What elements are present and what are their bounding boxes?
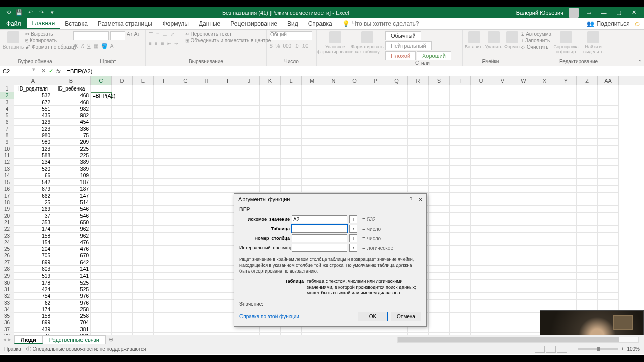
tab-home[interactable]: Главная xyxy=(27,18,60,29)
cell-B29[interactable]: 141 xyxy=(52,273,91,279)
style-good[interactable]: Хороший xyxy=(417,51,451,60)
col-header-M[interactable]: M xyxy=(302,76,323,85)
fill-button[interactable]: ↓ Заполнить xyxy=(521,38,551,43)
cell-B36[interactable]: 704 xyxy=(52,319,91,326)
paste-button[interactable]: Вставить xyxy=(3,31,23,50)
row-header-1[interactable]: 1 xyxy=(0,85,14,92)
fill-color-button[interactable]: 🪣 xyxy=(101,43,107,49)
col-header-J[interactable]: J xyxy=(238,76,260,85)
lookup-value-input[interactable] xyxy=(292,215,347,223)
spreadsheet-grid[interactable]: ABCDEFGHIJKLMNOPQRSTUVWXYZAA 1ID_родител… xyxy=(0,76,644,335)
cell-A19[interactable]: 269 xyxy=(14,206,52,212)
row-header-10[interactable]: 10 xyxy=(0,146,14,152)
align-bottom-icon[interactable]: ⊥ xyxy=(163,31,167,37)
row-header-18[interactable]: 18 xyxy=(0,199,14,206)
col-header-C[interactable]: C xyxy=(91,76,112,85)
row-header-15[interactable]: 15 xyxy=(0,179,14,186)
add-sheet-icon[interactable]: ⊕ xyxy=(106,336,116,343)
indent-dec-icon[interactable]: ⇤ xyxy=(167,41,171,46)
row-header-38[interactable]: 38 xyxy=(0,333,14,335)
cell-A9[interactable]: 980 xyxy=(14,139,52,145)
cell-B32[interactable]: 976 xyxy=(52,293,91,299)
cell-A6[interactable]: 126 xyxy=(14,119,52,125)
row-header-16[interactable]: 16 xyxy=(0,186,14,192)
col-index-input[interactable] xyxy=(292,234,347,242)
cell-A23[interactable]: 158 xyxy=(14,233,52,239)
cell-B11[interactable]: 225 xyxy=(52,152,91,159)
row-header-24[interactable]: 24 xyxy=(0,239,14,246)
row-header-14[interactable]: 14 xyxy=(0,172,14,179)
col-header-T[interactable]: T xyxy=(450,76,471,85)
find-select-button[interactable]: Найти и выделить xyxy=(581,31,606,54)
function-help-link[interactable]: Справка по этой функции xyxy=(239,314,355,319)
sheet-tab-relations[interactable]: Родственные связи xyxy=(43,335,106,344)
cell-B8[interactable]: 75 xyxy=(52,132,91,139)
cell-A7[interactable]: 223 xyxy=(14,126,52,132)
merge-center-button[interactable]: ⊞ Объединить и поместить в центре xyxy=(185,38,271,43)
fx-icon[interactable]: fx xyxy=(56,68,61,74)
cell-A18[interactable]: 25 xyxy=(14,199,52,206)
cell-A32[interactable]: 754 xyxy=(14,293,52,299)
row-header-8[interactable]: 8 xyxy=(0,132,14,139)
row-header-4[interactable]: 4 xyxy=(0,106,14,112)
row-header-5[interactable]: 5 xyxy=(0,112,14,119)
row-header-27[interactable]: 27 xyxy=(0,259,14,266)
dialog-close-icon[interactable]: ✕ xyxy=(418,197,422,202)
row-header-21[interactable]: 21 xyxy=(0,219,14,226)
style-normal[interactable]: Обычный xyxy=(385,31,421,40)
wrap-text-button[interactable]: ↩ Переносить текст xyxy=(185,31,271,37)
col-header-D[interactable]: D xyxy=(112,76,133,85)
row-header-12[interactable]: 12 xyxy=(0,159,14,165)
copy-button[interactable]: ⎘ Копировать xyxy=(25,38,77,43)
cell-B9[interactable]: 209 xyxy=(52,139,91,145)
table-array-input[interactable] xyxy=(292,225,347,233)
cell-A37[interactable]: 439 xyxy=(14,326,52,333)
sort-filter-button[interactable]: Сортировка и фильтр xyxy=(553,31,579,54)
autosum-button[interactable]: Σ Автосумма xyxy=(521,31,551,37)
dialog-help-icon[interactable]: ? xyxy=(409,197,412,202)
row-header-6[interactable]: 6 xyxy=(0,119,14,125)
font-size-selector[interactable] xyxy=(110,31,125,40)
cell-B20[interactable]: 546 xyxy=(52,213,91,219)
col-header-Z[interactable]: Z xyxy=(577,76,598,85)
cell-C2-editing[interactable]: =ВПР(A2) xyxy=(91,92,112,99)
cell-B28[interactable]: 141 xyxy=(52,266,91,273)
collapse-dialog-icon[interactable]: ↑ xyxy=(349,225,357,233)
cell-A27[interactable]: 899 xyxy=(14,259,52,266)
horizontal-scrollbar[interactable] xyxy=(397,337,639,343)
cell-A16[interactable]: 879 xyxy=(14,186,52,192)
row-header-31[interactable]: 31 xyxy=(0,286,14,293)
tell-me[interactable]: 💡 Что вы хотите сделать? xyxy=(342,20,419,27)
collapse-dialog-icon[interactable]: ↑ xyxy=(349,234,357,242)
zoom-level[interactable]: 100% xyxy=(627,346,640,352)
row-header-37[interactable]: 37 xyxy=(0,326,14,333)
accept-formula-icon[interactable]: ✓ xyxy=(49,68,53,74)
user-name[interactable]: Валерий Юрьевич xyxy=(516,10,564,16)
cell-B15[interactable]: 187 xyxy=(52,179,91,186)
col-header-W[interactable]: W xyxy=(513,76,534,85)
col-header-Q[interactable]: Q xyxy=(386,76,408,85)
row-header-35[interactable]: 35 xyxy=(0,313,14,319)
row-header-36[interactable]: 36 xyxy=(0,319,14,326)
cell-A28[interactable]: 803 xyxy=(14,266,52,273)
shrink-font-icon[interactable]: A↓ xyxy=(134,31,140,40)
col-header-S[interactable]: S xyxy=(429,76,450,85)
col-header-U[interactable]: U xyxy=(471,76,492,85)
cell-B1[interactable]: ID_ребенка xyxy=(52,85,91,92)
cell-A8[interactable]: 980 xyxy=(14,132,52,139)
cell-A5[interactable]: 435 xyxy=(14,112,52,119)
close-icon[interactable]: ✕ xyxy=(629,8,639,18)
row-header-13[interactable]: 13 xyxy=(0,166,14,172)
save-icon[interactable]: 💾 xyxy=(16,10,22,16)
row-header-23[interactable]: 23 xyxy=(0,233,14,239)
collapse-dialog-icon[interactable]: ↑ xyxy=(349,244,357,252)
cell-B2[interactable]: 468 xyxy=(52,92,91,99)
zoom-in-icon[interactable]: + xyxy=(621,346,624,352)
cell-A35[interactable]: 158 xyxy=(14,313,52,319)
sheet-nav-prev-icon[interactable]: ◂ xyxy=(3,336,6,343)
row-header-22[interactable]: 22 xyxy=(0,226,14,232)
cell-B5[interactable]: 982 xyxy=(52,112,91,119)
formula-input[interactable]: =ВПР(A2) xyxy=(65,66,644,76)
col-header-L[interactable]: L xyxy=(281,76,302,85)
col-header-F[interactable]: F xyxy=(154,76,175,85)
